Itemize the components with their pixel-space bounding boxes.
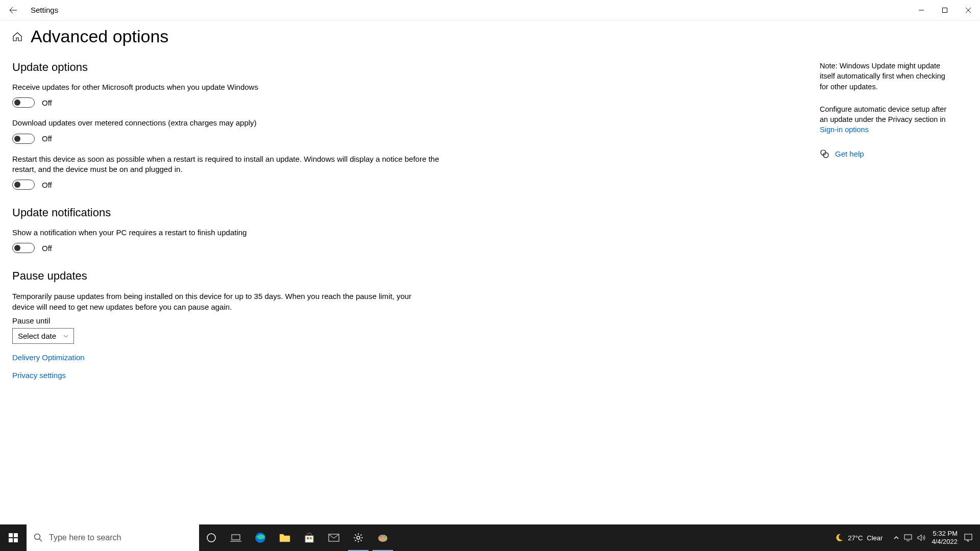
toggle-other-products[interactable] bbox=[12, 97, 35, 108]
task-mail[interactable] bbox=[322, 524, 346, 551]
maximize-button[interactable] bbox=[933, 0, 957, 20]
toggle-metered[interactable] bbox=[12, 134, 35, 144]
svg-rect-8 bbox=[9, 538, 13, 542]
link-sign-in-options[interactable]: Sign-in options bbox=[820, 126, 869, 134]
option-desc: Show a notification when your PC require… bbox=[12, 228, 441, 238]
weather-cond: Clear bbox=[867, 534, 883, 542]
side-column: Note: Windows Update might update itself… bbox=[820, 61, 947, 396]
svg-point-23 bbox=[382, 535, 384, 537]
toggle-row: Off bbox=[12, 134, 441, 144]
toggle-restart-asap[interactable] bbox=[12, 180, 35, 190]
pause-until-dropdown[interactable]: Select date bbox=[12, 328, 74, 344]
close-icon bbox=[966, 8, 971, 13]
page-header: Advanced options bbox=[0, 20, 980, 51]
minimize-icon bbox=[919, 8, 924, 13]
monitor-icon[interactable] bbox=[904, 534, 912, 541]
close-button[interactable] bbox=[957, 0, 980, 20]
back-arrow-icon bbox=[9, 6, 17, 14]
title-bar: Settings bbox=[0, 0, 980, 20]
svg-rect-9 bbox=[14, 538, 18, 542]
option-desc: Restart this device as soon as possible … bbox=[12, 154, 441, 175]
tray-time: 5:32 PM bbox=[932, 530, 958, 538]
tray-datetime[interactable]: 5:32 PM 4/4/2022 bbox=[932, 530, 958, 545]
volume-icon[interactable] bbox=[917, 534, 925, 541]
dropdown-value: Select date bbox=[18, 332, 56, 340]
svg-rect-17 bbox=[307, 537, 309, 539]
svg-rect-6 bbox=[9, 533, 13, 537]
gear-icon bbox=[353, 533, 363, 543]
store-icon bbox=[304, 533, 314, 543]
link-privacy-settings[interactable]: Privacy settings bbox=[12, 371, 441, 380]
taskbar: Type here to search 27°C Clear 5:32 PM 4… bbox=[0, 524, 980, 551]
edge-icon bbox=[255, 532, 266, 543]
side-note-2-prefix: Configure automatic device setup after a… bbox=[820, 105, 946, 123]
option-desc: Download updates over metered connection… bbox=[12, 118, 441, 128]
toggle-row: Off bbox=[12, 180, 441, 190]
paint-icon bbox=[378, 533, 388, 543]
option-desc: Receive updates for other Microsoft prod… bbox=[12, 82, 441, 92]
section-heading: Update options bbox=[12, 61, 441, 74]
taskbar-search-placeholder: Type here to search bbox=[49, 533, 121, 542]
section-heading: Update notifications bbox=[12, 206, 441, 219]
toggle-restart-notification[interactable] bbox=[12, 243, 35, 253]
svg-point-12 bbox=[207, 534, 215, 542]
svg-point-24 bbox=[384, 536, 386, 538]
page-title: Advanced options bbox=[31, 27, 168, 46]
task-cortana[interactable] bbox=[199, 524, 224, 551]
section-update-options: Update options Receive updates for other… bbox=[12, 61, 441, 190]
section-heading: Pause updates bbox=[12, 269, 441, 283]
taskbar-search[interactable]: Type here to search bbox=[27, 524, 199, 551]
get-help-row[interactable]: Get help bbox=[820, 148, 947, 159]
pause-until-label: Pause until bbox=[12, 316, 441, 325]
weather-temp: 27°C bbox=[848, 534, 863, 542]
side-note-2: Configure automatic device setup after a… bbox=[820, 104, 947, 135]
task-edge[interactable] bbox=[248, 524, 273, 551]
svg-point-10 bbox=[35, 534, 40, 540]
svg-point-22 bbox=[380, 536, 382, 538]
window-controls bbox=[910, 0, 980, 20]
system-tray: 27°C Clear 5:32 PM 4/4/2022 bbox=[835, 530, 980, 545]
taskbar-icons bbox=[199, 524, 395, 551]
cortana-icon bbox=[206, 533, 216, 543]
task-view[interactable] bbox=[224, 524, 248, 551]
svg-point-20 bbox=[357, 536, 360, 539]
toggle-row: Off bbox=[12, 97, 441, 108]
notifications-icon[interactable] bbox=[964, 533, 973, 542]
task-settings[interactable] bbox=[346, 524, 371, 551]
task-file-explorer[interactable] bbox=[273, 524, 297, 551]
tray-icons bbox=[894, 534, 925, 541]
task-store[interactable] bbox=[297, 524, 322, 551]
folder-icon bbox=[279, 533, 290, 542]
minimize-button[interactable] bbox=[910, 0, 933, 20]
section-pause-updates: Pause updates Temporarily pause updates … bbox=[12, 269, 441, 380]
main-column: Update options Receive updates for other… bbox=[12, 61, 441, 396]
moon-icon bbox=[835, 533, 844, 542]
content-wrapper: Update options Receive updates for other… bbox=[0, 51, 980, 396]
windows-icon bbox=[9, 533, 18, 542]
svg-rect-18 bbox=[310, 537, 312, 539]
toggle-label: Off bbox=[42, 134, 52, 143]
pause-desc: Temporarily pause updates from being ins… bbox=[12, 291, 431, 312]
start-button[interactable] bbox=[0, 524, 27, 551]
toggle-label: Off bbox=[42, 244, 52, 253]
title-left: Settings bbox=[0, 5, 58, 15]
svg-rect-25 bbox=[904, 535, 912, 539]
toggle-row: Off bbox=[12, 243, 441, 253]
toggle-label: Off bbox=[42, 181, 52, 189]
weather-widget[interactable]: 27°C Clear bbox=[835, 533, 883, 542]
svg-line-11 bbox=[39, 539, 42, 541]
svg-rect-27 bbox=[965, 534, 972, 540]
chevron-up-icon[interactable] bbox=[894, 535, 899, 540]
svg-rect-7 bbox=[14, 533, 18, 537]
mail-icon bbox=[328, 534, 339, 542]
link-delivery-optimization[interactable]: Delivery Optimization bbox=[12, 353, 441, 362]
task-paint[interactable] bbox=[371, 524, 395, 551]
svg-rect-13 bbox=[232, 535, 240, 540]
tray-date: 4/4/2022 bbox=[932, 538, 958, 546]
home-icon[interactable] bbox=[12, 32, 22, 42]
back-button[interactable] bbox=[8, 5, 18, 15]
svg-rect-16 bbox=[305, 536, 313, 542]
maximize-icon bbox=[942, 8, 947, 13]
app-title: Settings bbox=[31, 6, 58, 14]
svg-rect-1 bbox=[943, 8, 947, 12]
